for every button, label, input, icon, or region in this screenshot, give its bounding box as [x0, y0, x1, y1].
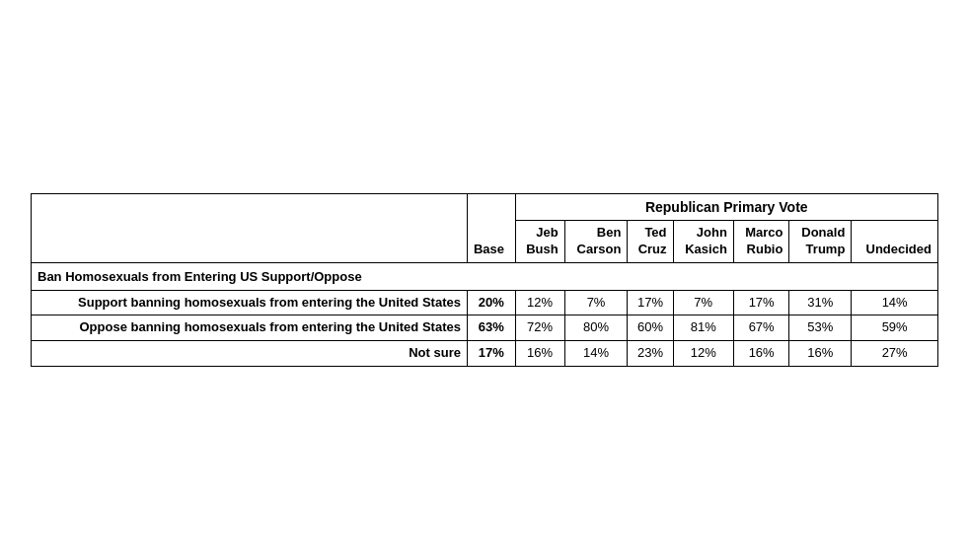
row2-col3: 60% [628, 315, 673, 341]
row3-col4: 12% [673, 341, 733, 367]
col6-header: Donald Trump [789, 220, 852, 262]
col4-header: John Kasich [673, 220, 733, 262]
row1-col1: 12% [515, 290, 564, 315]
data-table: Base Republican Primary Vote Jeb Bush Be… [31, 193, 938, 368]
row1-col7: 14% [852, 290, 938, 315]
row2-col5: 67% [733, 315, 789, 341]
row2-col6: 53% [789, 315, 852, 341]
row1-col2: 7% [564, 290, 628, 315]
col2-header: Ben Carson [564, 220, 628, 262]
row1-label: Support banning homosexuals from enterin… [32, 290, 468, 315]
row2-base: 63% [467, 315, 515, 341]
row2-col2: 80% [564, 315, 628, 341]
row2-col1: 72% [515, 315, 564, 341]
empty-top-left [32, 193, 468, 262]
row3-col3: 23% [628, 341, 673, 367]
table-wrapper: Base Republican Primary Vote Jeb Bush Be… [31, 193, 938, 368]
row2-col4: 81% [673, 315, 733, 341]
table-row: Not sure 17% 16% 14% 23% 12% 16% 16% 27% [32, 341, 938, 367]
row3-col6: 16% [789, 341, 852, 367]
row1-col6: 31% [789, 290, 852, 315]
row2-label: Oppose banning homosexuals from entering… [32, 315, 468, 341]
row1-col3: 17% [628, 290, 673, 315]
row3-col1: 16% [515, 341, 564, 367]
row1-col4: 7% [673, 290, 733, 315]
section-header: Ban Homosexuals from Entering US Support… [32, 262, 938, 290]
col5-header: Marco Rubio [733, 220, 789, 262]
row3-col2: 14% [564, 341, 628, 367]
row3-col5: 16% [733, 341, 789, 367]
row3-col7: 27% [852, 341, 938, 367]
row1-col5: 17% [733, 290, 789, 315]
row3-label: Not sure [32, 341, 468, 367]
table-row: Oppose banning homosexuals from entering… [32, 315, 938, 341]
row3-base: 17% [467, 341, 515, 367]
row1-base: 20% [467, 290, 515, 315]
base-column-header: Base [467, 193, 515, 262]
col1-header: Jeb Bush [515, 220, 564, 262]
row2-col7: 59% [852, 315, 938, 341]
col7-header: Undecided [852, 220, 938, 262]
table-row: Support banning homosexuals from enterin… [32, 290, 938, 315]
group-header: Republican Primary Vote [515, 193, 937, 220]
col3-header: Ted Cruz [628, 220, 673, 262]
